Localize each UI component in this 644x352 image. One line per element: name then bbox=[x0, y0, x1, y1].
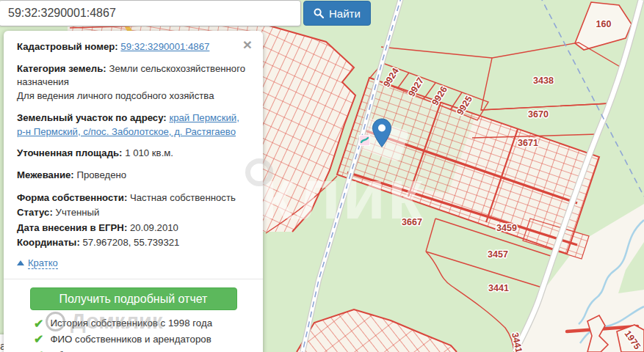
parcel-label: 3459 bbox=[496, 223, 517, 233]
list-item: ✔ История собственников с 1998 года bbox=[34, 317, 250, 331]
parcel-label: 3671 bbox=[518, 138, 538, 148]
status-value: Учтенный bbox=[56, 207, 100, 218]
divider bbox=[4, 279, 263, 279]
ownership-label: Форма собственности: bbox=[17, 192, 127, 203]
ownership-value: Частная собственность bbox=[130, 192, 236, 203]
status-label: Статус: bbox=[17, 207, 53, 218]
search-input[interactable] bbox=[0, 0, 301, 26]
page: 1609924992799269925343836703671366734593… bbox=[0, 0, 644, 352]
close-icon[interactable]: × bbox=[240, 34, 255, 55]
report-features-list: ✔ История собственников с 1998 года ✔ ФИ… bbox=[17, 317, 250, 352]
feature-label: История собственников с 1998 года bbox=[50, 317, 212, 331]
cadastral-number-label: Кадастровый номер: bbox=[17, 41, 118, 52]
parcel-label: 3670 bbox=[528, 109, 549, 120]
survey-label: Межевание: bbox=[17, 169, 74, 180]
triangle-up-icon bbox=[17, 260, 24, 265]
feature-label: Обременения bbox=[50, 349, 113, 352]
parcel-label: 3441 bbox=[488, 283, 509, 293]
address-row: Земельный участок по адресу: край Пермск… bbox=[17, 111, 250, 139]
list-item: ✔ Обременения bbox=[34, 349, 250, 352]
parcel-info-card: × Кадастровый номер: 59:32:3290001:4867 … bbox=[4, 31, 263, 352]
land-category-label: Категория земель: bbox=[17, 63, 106, 74]
check-icon: ✔ bbox=[34, 334, 43, 345]
parcel-label: 3457 bbox=[488, 249, 508, 260]
area-row: Уточненная площадь: 1 010 кв.м. bbox=[17, 147, 250, 161]
parcel-label: 3438 bbox=[533, 76, 554, 86]
land-use-note: Для ведения личного подсобного хозяйства bbox=[17, 90, 214, 101]
area-label: Уточненная площадь: bbox=[17, 147, 123, 158]
egrn-date-label: Дата внесения в ЕГРН: bbox=[17, 222, 127, 233]
cadastral-number-link[interactable]: 59:32:3290001:4867 bbox=[120, 41, 209, 52]
land-category-row: Категория земель: Земли сельскохозяйстве… bbox=[17, 62, 250, 103]
survey-row: Межевание: Проведено bbox=[17, 169, 250, 183]
coordinates-label: Координаты: bbox=[17, 237, 80, 248]
find-button[interactable]: Найти bbox=[303, 1, 371, 26]
collapse-row: Кратко bbox=[17, 257, 250, 270]
check-icon: ✔ bbox=[34, 318, 43, 330]
egrn-date-value: 20.09.2010 bbox=[130, 222, 178, 233]
feature-label: ФИО собственников и арендаторов bbox=[50, 333, 211, 347]
search-icon bbox=[314, 8, 324, 18]
list-item: ✔ ФИО собственников и арендаторов bbox=[34, 333, 250, 347]
coordinates-value: 57.967208, 55.739321 bbox=[82, 237, 179, 248]
cadastral-number-row: Кадастровый номер: 59:32:3290001:4867 bbox=[17, 40, 250, 54]
address-label: Земельный участок по адресу: bbox=[17, 112, 167, 123]
parcel-label: 3667 bbox=[402, 217, 422, 227]
survey-value: Проведено bbox=[76, 169, 126, 180]
details-block: Форма собственности: Частная собственнос… bbox=[17, 191, 250, 251]
get-report-button[interactable]: Получить подробный отчет bbox=[30, 287, 237, 310]
find-button-label: Найти bbox=[329, 7, 361, 20]
collapse-link[interactable]: Кратко bbox=[28, 257, 58, 269]
area-value: 1 010 кв.м. bbox=[125, 147, 173, 158]
parcel-label: 160 bbox=[596, 19, 612, 29]
